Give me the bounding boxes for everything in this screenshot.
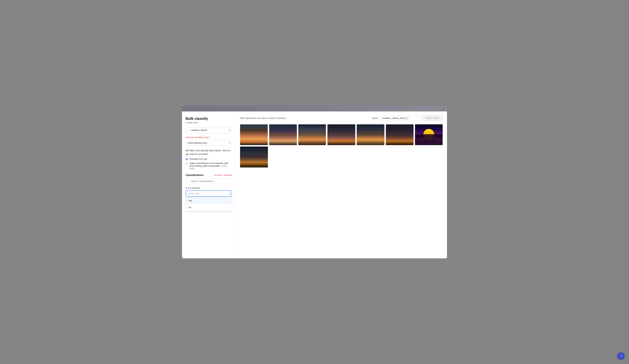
select-one-wrapper: Select one Yes No ▴ bbox=[186, 190, 232, 197]
search-classifications-wrapper: ⌕ bbox=[186, 178, 232, 184]
dataset-search-icon: ⌕ bbox=[187, 129, 189, 132]
image-row-2 bbox=[240, 147, 443, 168]
search-classifications-input[interactable] bbox=[186, 178, 232, 184]
sidebar: Bulk classify 8 data rows ⌕ ▾ Send to wo… bbox=[182, 111, 236, 258]
modal-overlay: × Bulk classify 8 data rows ⌕ ▾ Send to … bbox=[0, 0, 629, 364]
classifications-header: Classifications At least 1 requried bbox=[186, 174, 232, 177]
image-cell-1[interactable] bbox=[240, 124, 268, 145]
classifications-title: Classifications bbox=[186, 174, 204, 177]
workflow-step-wrapper: Initial labeling task ▾ bbox=[186, 140, 232, 146]
image-cell-6[interactable] bbox=[386, 124, 414, 145]
image-cell-3[interactable] bbox=[298, 124, 326, 145]
dropdown-options-list: Yes No bbox=[186, 197, 232, 211]
name-label: Name bbox=[372, 117, 378, 119]
modal-subtitle: 8 data rows bbox=[186, 121, 232, 124]
bulk-classify-modal: × Bulk classify 8 data rows ⌕ ▾ Send to … bbox=[182, 106, 447, 258]
help-icon: ? bbox=[620, 354, 622, 358]
close-button[interactable]: × bbox=[442, 108, 445, 111]
radio-exclude-label[interactable]: Exclude from job bbox=[186, 158, 232, 160]
modal-title: Bulk classify bbox=[186, 116, 232, 121]
batch-name-input[interactable] bbox=[380, 115, 420, 121]
image-cell-5[interactable] bbox=[357, 124, 384, 145]
radio-apply-label[interactable]: Apply classification and requeue with an… bbox=[186, 162, 232, 170]
radio-apply[interactable] bbox=[186, 162, 188, 165]
classifications-required: At least 1 requried bbox=[214, 174, 232, 176]
modal-body: Bulk classify 8 data rows ⌕ ▾ Send to wo… bbox=[182, 111, 447, 258]
name-area: Name Submit batch bbox=[372, 115, 443, 121]
bulk-notice: Bulk operations can take a while to proc… bbox=[240, 117, 286, 119]
learn-more-link[interactable]: Learn more bbox=[189, 165, 227, 170]
classification-question: Is it a sunset? bbox=[186, 186, 232, 189]
empty-space bbox=[269, 147, 443, 168]
top-bar bbox=[182, 106, 447, 111]
radio-apply-text: Apply classification and requeue with an… bbox=[189, 162, 232, 170]
image-cell-4[interactable] bbox=[327, 124, 355, 145]
content-header: Bulk operations can take a while to proc… bbox=[240, 115, 443, 121]
content-area: Bulk operations can take a while to proc… bbox=[236, 111, 447, 258]
search-classifications-icon: ⌕ bbox=[187, 180, 189, 182]
image-cell-2[interactable] bbox=[269, 124, 297, 145]
submit-batch-button[interactable]: Submit batch bbox=[422, 115, 443, 121]
image-row-1 bbox=[240, 124, 443, 145]
select-one-dropdown[interactable]: Select one Yes No bbox=[186, 190, 232, 197]
radio-group: Exclude from job Apply classification an… bbox=[186, 158, 232, 170]
radio-exclude[interactable] bbox=[186, 158, 188, 160]
send-to-label: Send to workflow step * bbox=[186, 136, 232, 139]
option-yes-item[interactable]: Yes bbox=[186, 197, 232, 204]
option-no-item[interactable]: No bbox=[186, 204, 232, 211]
data-rows-notice: 8/8 data rows already have labels. How d… bbox=[186, 149, 232, 156]
image-cell-8[interactable] bbox=[240, 147, 268, 168]
workflow-step-select[interactable]: Initial labeling task bbox=[186, 140, 232, 146]
dataset-search-input[interactable] bbox=[186, 127, 232, 133]
image-cell-7[interactable] bbox=[415, 124, 443, 145]
radio-exclude-text: Exclude from job bbox=[189, 158, 207, 160]
dataset-search-wrapper: ⌕ ▾ bbox=[186, 127, 232, 133]
required-asterisk: * bbox=[209, 136, 210, 139]
help-button[interactable]: ? bbox=[617, 352, 625, 360]
